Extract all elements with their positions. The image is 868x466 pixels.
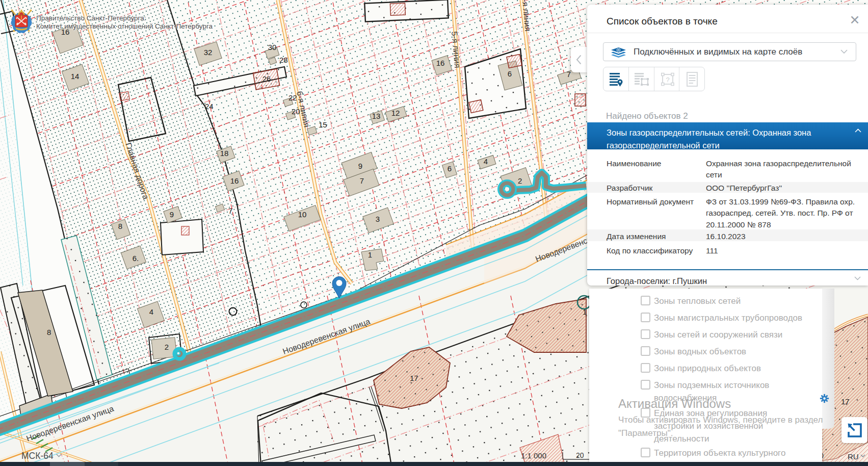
svg-text:8: 8 — [47, 328, 51, 336]
svg-text:6: 6 — [448, 164, 452, 173]
svg-text:2: 2 — [165, 343, 169, 351]
svg-text:9: 9 — [170, 210, 174, 219]
svg-text:7: 7 — [228, 206, 232, 215]
svg-text:24: 24 — [205, 102, 214, 111]
svg-text:13: 13 — [372, 112, 381, 120]
svg-text:4: 4 — [484, 157, 488, 166]
svg-text:7: 7 — [360, 176, 364, 185]
svg-text:?: ? — [666, 76, 669, 84]
svg-text:17: 17 — [410, 374, 418, 382]
svg-text:10: 10 — [298, 210, 307, 219]
svg-text:6.: 6. — [133, 254, 139, 263]
svg-text:6: 6 — [508, 69, 512, 78]
svg-text:30: 30 — [268, 43, 277, 51]
svg-text:32: 32 — [204, 48, 213, 57]
svg-text:14: 14 — [71, 72, 80, 81]
svg-text:20: 20 — [576, 451, 584, 459]
svg-text:17: 17 — [841, 397, 850, 406]
svg-text:7: 7 — [567, 70, 571, 79]
svg-text:15: 15 — [319, 120, 327, 129]
svg-text:12: 12 — [391, 109, 400, 117]
svg-text:3: 3 — [376, 215, 380, 223]
svg-text:9: 9 — [358, 162, 362, 170]
svg-text:1: 1 — [368, 250, 372, 259]
svg-text:18: 18 — [220, 149, 229, 158]
svg-text:2: 2 — [518, 176, 522, 185]
svg-text:26: 26 — [262, 74, 271, 83]
svg-text:16: 16 — [230, 176, 239, 185]
svg-text:1: 1 — [583, 307, 587, 316]
svg-text:28: 28 — [279, 56, 288, 64]
svg-text:8: 8 — [118, 222, 122, 230]
svg-text:4: 4 — [149, 307, 153, 316]
svg-text:16: 16 — [436, 59, 445, 67]
